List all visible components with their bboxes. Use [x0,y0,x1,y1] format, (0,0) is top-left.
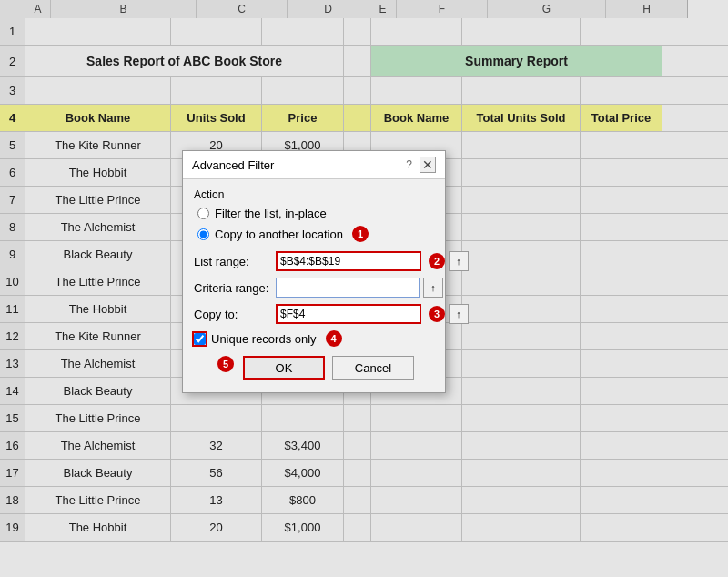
dialog-question-mark: ? [406,158,412,171]
radio-filter-label: Filter the list, in-place [215,207,327,220]
dialog-close-button[interactable]: ✕ [420,157,436,173]
radio-copy-label: Copy to another location [215,228,343,241]
radio-copy-input[interactable] [197,228,209,240]
list-range-select-button[interactable]: ↑ [449,251,469,271]
checkbox-row-unique: Unique records only 4 [194,330,434,347]
badge-3: 3 [429,306,445,322]
form-row-copy-to: Copy to: 3 ↑ [194,304,434,324]
form-row-criteria: Criteria range: ↑ [194,278,434,298]
action-section-label: Action [194,188,434,201]
dialog-title: Advanced Filter [192,158,274,172]
copy-to-label: Copy to: [194,308,276,321]
advanced-filter-dialog: Advanced Filter ? ✕ Action Filter the li… [182,150,446,393]
radio-group-action: Filter the list, in-place Copy to anothe… [194,207,434,242]
radio-filter-input[interactable] [197,208,209,219]
form-row-list-range: List range: 2 ↑ [194,251,434,271]
dialog-buttons: 5 OK Cancel [194,356,434,383]
cancel-button[interactable]: Cancel [332,356,414,380]
badge-5: 5 [217,356,234,372]
unique-records-checkbox[interactable] [194,333,206,345]
criteria-range-label: Criteria range: [194,281,276,295]
badge-4: 4 [326,330,342,347]
criteria-range-input[interactable] [276,278,420,298]
spreadsheet: A B C D E F G H 1 2 Sales Report of ABC … [0,0,728,577]
copy-to-input[interactable] [276,304,421,324]
dialog-titlebar: Advanced Filter ? ✕ [183,151,445,179]
copy-to-select-button[interactable]: ↑ [449,304,469,324]
list-range-input-container: 2 ↑ [276,251,469,271]
criteria-input-container: ↑ [276,278,443,298]
badge-1: 1 [352,226,369,242]
dialog-body: Action Filter the list, in-place Copy to… [183,179,445,392]
list-range-input[interactable] [276,251,421,271]
radio-row-copy: Copy to another location 1 [197,226,434,242]
list-range-label: List range: [194,255,276,268]
dialog-titlebar-controls: ? ✕ [406,157,436,173]
ok-button[interactable]: OK [243,356,325,380]
copy-to-input-container: 3 ↑ [276,304,469,324]
criteria-range-select-button[interactable]: ↑ [423,278,443,298]
radio-row-filter: Filter the list, in-place [197,207,434,220]
unique-records-label: Unique records only [211,332,317,346]
badge-2: 2 [429,253,445,269]
